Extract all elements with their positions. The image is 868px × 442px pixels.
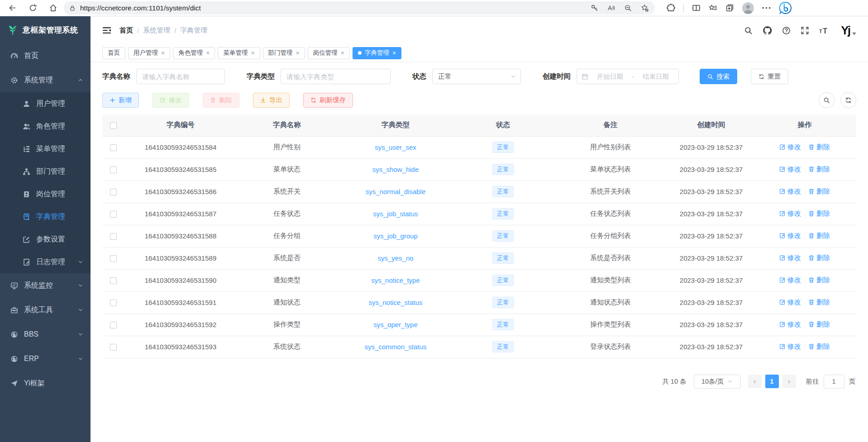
row-checkbox[interactable] [110,299,117,306]
prev-page-button[interactable]: ‹ [748,375,762,388]
dict-type-link[interactable]: sys_normal_disable [366,188,426,195]
delete-row-button[interactable]: 删除 [808,254,830,262]
tab-字典管理[interactable]: 字典管理× [353,47,401,59]
select-all-checkbox[interactable] [110,122,117,129]
reset-button[interactable]: 重置 [751,69,788,84]
sidebar-item-字典管理[interactable]: 字典管理 [0,205,91,228]
sidebar-item-用户管理[interactable]: 用户管理 [0,92,91,115]
delete-row-button[interactable]: 删除 [808,342,830,351]
github-icon[interactable] [763,26,772,35]
back-icon[interactable] [8,4,17,12]
dict-type-link[interactable]: sys_job_group [373,232,418,240]
edit-row-button[interactable]: 修改 [779,187,801,196]
url-text[interactable]: https://ccnetcore.com:1101/system/dict [80,4,586,12]
home-icon[interactable] [49,4,57,12]
edit-row-button[interactable]: 修改 [779,209,801,218]
sidebar-item-BBS[interactable]: BBS [0,322,91,347]
sidebar-item-日志管理[interactable]: 日志管理 [0,251,91,273]
delete-row-button[interactable]: 删除 [808,276,830,285]
profile-avatar[interactable] [742,2,754,14]
row-checkbox[interactable] [110,322,117,328]
dict-type-input[interactable] [281,69,391,84]
row-checkbox[interactable] [110,255,117,262]
tab-首页[interactable]: 首页 [102,47,125,59]
delete-row-button[interactable]: 删除 [808,209,830,218]
edit-row-button[interactable]: 修改 [779,276,801,285]
row-checkbox[interactable] [110,233,117,240]
collections-icon[interactable] [725,4,734,12]
delete-row-button[interactable]: 删除 [808,320,830,329]
dict-name-input[interactable] [136,69,225,84]
row-checkbox[interactable] [110,211,117,218]
dict-type-link[interactable]: sys_common_status [365,343,427,351]
date-range-picker[interactable]: 开始日期 - 结束日期 [577,69,679,84]
row-checkbox[interactable] [110,344,117,351]
delete-row-button[interactable]: 删除 [808,143,830,152]
sidebar-item-角色管理[interactable]: 角色管理 [0,115,91,138]
edit-row-button[interactable]: 修改 [779,254,801,262]
sidebar-item-部门管理[interactable]: 部门管理 [0,160,91,183]
row-checkbox[interactable] [110,277,117,284]
dict-type-link[interactable]: sys_oper_type [373,321,418,328]
delete-row-button[interactable]: 删除 [808,187,830,196]
current-page-button[interactable]: 1 [765,375,779,388]
address-bar[interactable]: https://ccnetcore.com:1101/system/dict [64,1,655,14]
close-icon[interactable]: × [206,50,210,56]
next-page-button[interactable]: › [782,375,796,388]
copilot-icon[interactable] [779,1,792,14]
refresh-table-button[interactable] [840,92,856,108]
dict-type-link[interactable]: sys_show_hide [372,166,419,173]
close-icon[interactable]: × [341,50,344,56]
新增-button[interactable]: 新增 [102,93,139,108]
delete-row-button[interactable]: 删除 [808,232,830,240]
row-checkbox[interactable] [110,189,117,195]
favorite-add-icon[interactable] [641,4,649,12]
extensions-icon[interactable] [667,4,675,12]
help-icon[interactable] [782,26,791,35]
edit-row-button[interactable]: 修改 [779,298,801,307]
edit-row-button[interactable]: 修改 [779,342,801,351]
row-checkbox[interactable] [110,144,117,151]
split-screen-icon[interactable] [692,4,701,12]
breadcrumb-home[interactable]: 首页 [119,26,133,35]
reload-icon[interactable] [29,4,37,12]
sidebar-item-菜单管理[interactable]: 菜单管理 [0,138,91,160]
dict-type-link[interactable]: sys_user_sex [375,143,416,151]
password-key-icon[interactable] [591,4,598,12]
tab-部门管理[interactable]: 部门管理× [263,47,305,59]
sidebar-item-系统工具[interactable]: 系统工具 [0,298,91,322]
delete-row-button[interactable]: 删除 [808,298,830,307]
close-icon[interactable]: × [296,50,300,56]
tab-角色管理[interactable]: 角色管理× [173,47,215,59]
status-select[interactable]: 正常 [432,69,521,84]
close-icon[interactable]: × [251,50,254,56]
more-menu-icon[interactable] [762,4,771,12]
user-logo-menu[interactable]: Yj [841,25,856,36]
close-icon[interactable]: × [161,50,165,56]
dict-type-link[interactable]: sys_notice_status [368,299,422,306]
tab-菜单管理[interactable]: 菜单管理× [218,47,260,59]
zoom-out-icon[interactable] [624,4,632,12]
sidebar-item-Yi框架[interactable]: Yi框架 [0,371,91,395]
row-checkbox[interactable] [110,166,117,173]
dict-type-link[interactable]: sys_notice_type [371,276,420,284]
edit-row-button[interactable]: 修改 [779,165,801,174]
导出-button[interactable]: 导出 [253,93,290,108]
sidebar-item-系统管理[interactable]: 系统管理 [0,68,91,92]
collapse-menu-icon[interactable] [102,26,111,35]
tab-用户管理[interactable]: 用户管理× [128,47,170,59]
delete-row-button[interactable]: 删除 [808,165,830,174]
page-size-select[interactable]: 10条/页 [694,375,741,389]
edit-row-button[interactable]: 修改 [779,143,801,152]
breadcrumb-system[interactable]: 系统管理 [143,26,170,35]
tab-岗位管理[interactable]: 岗位管理× [308,47,350,59]
favorites-icon[interactable] [709,4,717,12]
font-size-icon[interactable]: TT [819,26,829,35]
edit-row-button[interactable]: 修改 [779,232,801,240]
刷新缓存-button[interactable]: 刷新缓存 [303,93,353,108]
sidebar-item-ERP[interactable]: ERP [0,347,91,371]
fullscreen-icon[interactable] [801,26,809,35]
dict-type-link[interactable]: sys_yes_no [377,254,413,262]
sidebar-item-系统监控[interactable]: 系统监控 [0,273,91,298]
toggle-search-button[interactable] [819,92,835,108]
